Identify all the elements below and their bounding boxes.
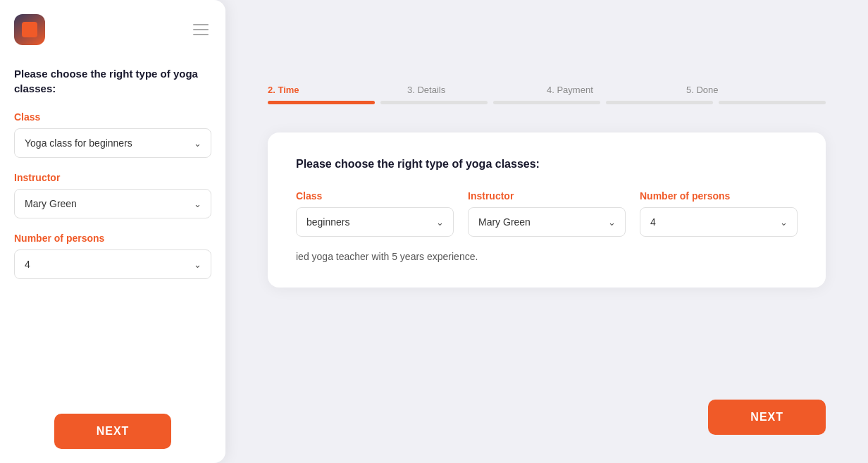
step-1-label: 2. Time <box>268 85 299 95</box>
class-field-group: Class Yoga class for beginners Yoga clas… <box>14 111 211 158</box>
form-row-selects: Class beginners intermediate advanced ⌄ … <box>296 190 798 237</box>
main-class-select[interactable]: beginners intermediate advanced <box>296 207 454 237</box>
persons-select[interactable]: 1 2 3 4 5 6 <box>14 249 211 279</box>
progress-bar-5 <box>719 101 826 104</box>
sidebar-next-button[interactable]: NEXT <box>54 414 172 449</box>
instructor-field-group: Instructor Mary Green John Smith Lisa Wa… <box>14 172 211 218</box>
progress-bar-1 <box>268 101 375 104</box>
progress-bar-4 <box>606 101 713 104</box>
steps-header: 2. Time 3. Details 4. Payment 5. Done <box>268 85 826 95</box>
progress-bars <box>268 101 826 104</box>
class-select-wrapper: Yoga class for beginners Yoga class inte… <box>14 128 211 158</box>
main-next-wrapper: NEXT <box>708 400 826 435</box>
app-logo <box>14 14 45 45</box>
main-instructor-select-wrapper: Mary Green John Smith ⌄ <box>468 207 626 237</box>
step-2: 3. Details <box>407 85 547 95</box>
logo-inner <box>22 22 37 37</box>
progress-bar-2 <box>380 101 488 104</box>
instructor-label: Instructor <box>14 172 211 183</box>
sidebar-title: Please choose the right type of yoga cla… <box>14 66 211 96</box>
main-instructor-label: Instructor <box>468 190 626 202</box>
step-1: 2. Time <box>268 85 407 95</box>
main-content: 2. Time 3. Details 4. Payment 5. Done Pl… <box>225 0 868 463</box>
step-4-label: 5. Done <box>686 85 719 95</box>
persons-label: Number of persons <box>14 233 211 244</box>
class-label: Class <box>14 111 211 123</box>
main-persons-col: Number of persons 1 2 3 4 5 ⌄ <box>640 190 798 237</box>
main-class-select-wrapper: beginners intermediate advanced ⌄ <box>296 207 454 237</box>
sidebar: Please choose the right type of yoga cla… <box>0 0 225 463</box>
main-class-label: Class <box>296 190 454 202</box>
step-4: 5. Done <box>686 85 826 95</box>
class-select[interactable]: Yoga class for beginners Yoga class inte… <box>14 128 211 158</box>
main-persons-label: Number of persons <box>640 190 798 202</box>
persons-select-wrapper: 1 2 3 4 5 6 ⌄ <box>14 249 211 279</box>
instructor-description: ied yoga teacher with 5 years experience… <box>296 251 798 262</box>
main-persons-select-wrapper: 1 2 3 4 5 ⌄ <box>640 207 798 237</box>
main-next-button[interactable]: NEXT <box>708 400 826 435</box>
persons-field-group: Number of persons 1 2 3 4 5 6 ⌄ <box>14 233 211 279</box>
main-class-col: Class beginners intermediate advanced ⌄ <box>296 190 454 237</box>
main-instructor-col: Instructor Mary Green John Smith ⌄ <box>468 190 626 237</box>
step-2-label: 3. Details <box>407 85 445 95</box>
sidebar-header <box>14 14 211 45</box>
main-instructor-select[interactable]: Mary Green John Smith <box>468 207 626 237</box>
sidebar-footer: NEXT <box>14 414 211 449</box>
form-card: Please choose the right type of yoga cla… <box>268 132 826 288</box>
progress-bar-3 <box>493 101 600 104</box>
instructor-select-wrapper: Mary Green John Smith Lisa Wang ⌄ <box>14 189 211 218</box>
step-3: 4. Payment <box>547 85 686 95</box>
form-card-title: Please choose the right type of yoga cla… <box>296 158 798 171</box>
menu-icon[interactable] <box>190 21 211 38</box>
instructor-select[interactable]: Mary Green John Smith Lisa Wang <box>14 189 211 218</box>
main-persons-select[interactable]: 1 2 3 4 5 <box>640 207 798 237</box>
step-3-label: 4. Payment <box>547 85 593 95</box>
